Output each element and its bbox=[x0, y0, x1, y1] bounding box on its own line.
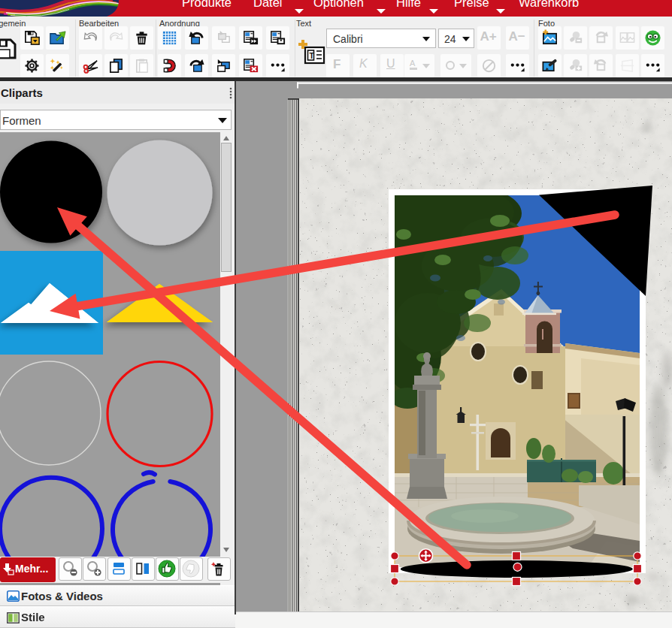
svg-text:T: T bbox=[310, 52, 314, 60]
svg-text:A: A bbox=[410, 59, 416, 68]
